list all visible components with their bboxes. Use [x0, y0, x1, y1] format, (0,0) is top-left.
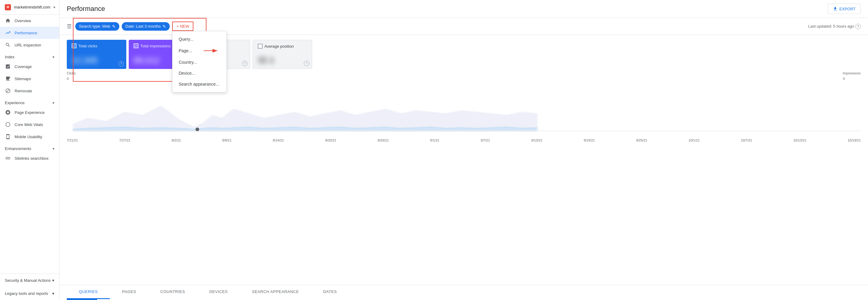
sidebar-label-sitelinks: Sitelinks searchbox — [14, 156, 49, 161]
site-header[interactable]: M marketmindshift.com ▾ — [0, 0, 59, 14]
x-date-12: 10/1/21 — [689, 139, 700, 142]
sidebar-label-mobile-usability: Mobile Usability — [14, 134, 42, 139]
date-filter[interactable]: Date: Last 3 months ✎ — [122, 22, 170, 31]
x-date-0: 7/21/21 — [67, 139, 78, 142]
x-date-6: 8/26/21 — [378, 139, 389, 142]
x-date-8: 9/7/21 — [480, 139, 490, 142]
index-section-label: Index — [5, 55, 14, 59]
chart-hover-point — [195, 127, 199, 131]
sidebar-label-performance: Performance — [14, 31, 37, 35]
tab-queries[interactable]: QUERIES — [67, 285, 110, 299]
enhancements-section-header[interactable]: Enhancements ▾ — [0, 143, 59, 152]
chart-y-left-label: Clicks — [67, 71, 75, 75]
x-date-7: 9/1/21 — [430, 139, 440, 142]
search-type-edit-icon: ✎ — [112, 24, 116, 29]
help-icon[interactable]: ? — [855, 24, 861, 29]
chart-x-axis: 7/21/21 7/27/21 8/2/21 8/8/21 8/14/21 8/… — [67, 138, 861, 143]
new-dropdown-menu: Query... Page... — [172, 31, 227, 92]
sidebar-label-page-experience: Page Experience — [14, 110, 44, 115]
tab-devices[interactable]: DEVICES — [197, 285, 240, 299]
position-checkbox[interactable] — [258, 44, 262, 49]
dropdown-item-device[interactable]: Device... — [173, 68, 226, 79]
bottom-tabs: QUERIES PAGES COUNTRIES DEVICES SEARCH A… — [60, 285, 868, 300]
sidebar-item-overview[interactable]: Overview — [0, 14, 59, 27]
ctr-info-icon[interactable]: ? — [242, 61, 247, 66]
dropdown-item-query[interactable]: Query... — [173, 34, 226, 44]
experience-chevron-icon: ▾ — [53, 101, 54, 105]
search-type-filter[interactable]: Search type: Web ✎ — [75, 22, 119, 31]
x-date-3: 8/8/21 — [222, 139, 231, 142]
security-section-header[interactable]: Security & Manual Actions ▾ — [0, 275, 59, 286]
x-date-15: 10/19/21 — [848, 139, 861, 142]
clicks-checkbox[interactable]: ✓ — [72, 43, 76, 48]
x-date-9: 9/13/21 — [531, 139, 542, 142]
svg-marker-3 — [73, 107, 537, 131]
tab-countries[interactable]: COUNTRIES — [148, 285, 197, 299]
sidebar-bottom: Security & Manual Actions ▾ Legacy tools… — [0, 274, 59, 300]
sidebar-item-core-web-vitals[interactable]: Core Web Vitals — [0, 118, 59, 130]
chart-y-right-label: Impressions — [843, 71, 861, 75]
new-button-label: + NEW — [176, 24, 189, 29]
sidebar: M marketmindshift.com ▾ Overview Perform… — [0, 0, 60, 300]
sidebar-item-coverage[interactable]: Coverage — [0, 60, 59, 72]
sidebar-label-url-inspection: URL inspection — [14, 43, 41, 48]
experience-section-header[interactable]: Experience ▾ — [0, 97, 59, 106]
sidebar-item-performance[interactable]: Performance — [0, 27, 59, 39]
home-icon — [5, 18, 11, 24]
legacy-section: Legacy tools and reports ▾ — [0, 287, 59, 300]
metric-card-clicks[interactable]: ✓ Total clicks 12,345 ? — [67, 40, 126, 69]
sidebar-item-page-experience[interactable]: Page Experience — [0, 106, 59, 118]
last-updated-text: Last updated: 5 hours ago — [808, 24, 854, 29]
metric-card-position[interactable]: Average position 32.1 ? — [253, 40, 312, 69]
export-icon — [833, 6, 838, 11]
chart-area: Clicks Impressions 0 0 7/21/21 7/27/21 — [60, 69, 868, 285]
sidebar-item-sitelinks-searchbox[interactable]: Sitelinks searchbox — [0, 152, 59, 164]
impressions-checkbox[interactable]: ✓ — [133, 43, 138, 48]
dropdown-item-country[interactable]: Country... — [173, 57, 226, 68]
tabs-row: QUERIES PAGES COUNTRIES DEVICES SEARCH A… — [67, 285, 861, 299]
clicks-info-icon[interactable]: ? — [118, 61, 124, 66]
core-web-vitals-icon — [5, 121, 11, 127]
page-experience-icon — [5, 109, 11, 115]
tab-search-appearance[interactable]: SEARCH APPEARANCE — [240, 285, 311, 299]
legacy-section-label: Legacy tools and reports — [5, 291, 48, 296]
sitelinks-icon — [5, 155, 11, 161]
new-button[interactable]: + NEW — [172, 22, 193, 31]
security-chevron-icon: ▾ — [52, 278, 54, 283]
dropdown-item-page[interactable]: Page... — [173, 44, 226, 57]
sidebar-item-mobile-usability[interactable]: Mobile Usability — [0, 130, 59, 143]
dropdown-item-search-appearance[interactable]: Search appearance... — [173, 79, 226, 90]
tab-pages[interactable]: PAGES — [110, 285, 148, 299]
new-dropdown-wrapper: + NEW Query... Page... — [172, 22, 193, 31]
filter-icon[interactable]: ☰ — [67, 23, 72, 30]
tab-dates[interactable]: DATES — [311, 285, 349, 299]
site-dropdown-icon[interactable]: ▾ — [54, 5, 55, 9]
position-info-icon[interactable]: ? — [304, 61, 309, 66]
x-date-1: 7/27/21 — [119, 139, 130, 142]
index-section-header[interactable]: Index ▾ — [0, 51, 59, 60]
date-edit-icon: ✎ — [162, 24, 166, 29]
search-icon — [5, 42, 11, 48]
legacy-section-header[interactable]: Legacy tools and reports ▾ — [0, 288, 59, 299]
enhancements-section-label: Enhancements — [5, 146, 31, 151]
security-section: Security & Manual Actions ▾ — [0, 274, 59, 287]
index-chevron-icon: ▾ — [53, 55, 54, 59]
security-section-label: Security & Manual Actions — [5, 278, 51, 283]
sidebar-item-removals[interactable]: Removals — [0, 85, 59, 97]
x-date-4: 8/14/21 — [273, 139, 284, 142]
impressions-label: Total impressions — [140, 44, 170, 48]
main-content: Performance EXPORT ☰ Search type: Web ✎ … — [60, 0, 868, 300]
sidebar-label-sitemaps: Sitemaps — [14, 77, 31, 81]
sidebar-nav: Overview Performance URL inspection Inde… — [0, 14, 59, 274]
position-label: Average position — [265, 44, 294, 49]
sidebar-item-sitemaps[interactable]: Sitemaps — [0, 72, 59, 85]
sidebar-item-url-inspection[interactable]: URL inspection — [0, 39, 59, 51]
sitemaps-icon — [5, 76, 11, 82]
sidebar-label-core-web-vitals: Core Web Vitals — [14, 122, 43, 127]
x-date-10: 9/19/21 — [584, 139, 595, 142]
sidebar-label-coverage: Coverage — [14, 64, 32, 69]
export-button[interactable]: EXPORT — [828, 4, 861, 14]
mobile-usability-icon — [5, 133, 11, 140]
clicks-value: 12,345 — [72, 56, 121, 65]
search-type-label: Search type: Web — [79, 24, 110, 29]
